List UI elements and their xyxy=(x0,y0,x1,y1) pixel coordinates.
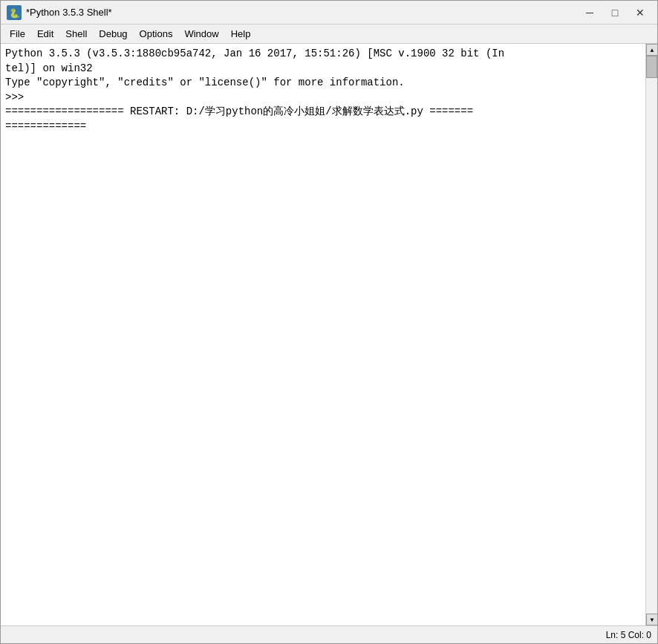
close-button[interactable]: ✕ xyxy=(629,4,651,21)
minimize-button[interactable]: ─ xyxy=(579,4,601,21)
status-bar: Ln: 5 Col: 0 xyxy=(1,625,657,643)
menu-help[interactable]: Help xyxy=(225,25,257,43)
menu-options[interactable]: Options xyxy=(134,25,179,43)
scrollbar-thumb[interactable] xyxy=(646,56,657,78)
content-area: Python 3.5.3 (v3.5.3:1880cb95a742, Jan 1… xyxy=(1,44,657,625)
window-title: *Python 3.5.3 Shell* xyxy=(26,7,579,18)
scrollbar-track[interactable] xyxy=(646,56,657,614)
terminal-output[interactable]: Python 3.5.3 (v3.5.3:1880cb95a742, Jan 1… xyxy=(1,44,645,625)
menu-window[interactable]: Window xyxy=(178,25,224,43)
menu-edit[interactable]: Edit xyxy=(31,25,59,43)
menu-debug[interactable]: Debug xyxy=(93,25,133,43)
title-bar: 🐍 *Python 3.5.3 Shell* ─ □ ✕ xyxy=(1,1,657,25)
maximize-button[interactable]: □ xyxy=(604,4,626,21)
scroll-up-button[interactable]: ▲ xyxy=(646,44,657,56)
cursor-position: Ln: 5 Col: 0 xyxy=(606,630,651,640)
scroll-down-button[interactable]: ▼ xyxy=(646,614,657,625)
menu-bar: File Edit Shell Debug Options Window Hel… xyxy=(1,25,657,44)
scrollbar: ▲ ▼ xyxy=(645,44,657,625)
window-controls: ─ □ ✕ xyxy=(579,4,651,21)
svg-text:🐍: 🐍 xyxy=(9,7,20,19)
menu-shell[interactable]: Shell xyxy=(59,25,93,43)
main-window: 🐍 *Python 3.5.3 Shell* ─ □ ✕ File Edit S… xyxy=(0,0,658,644)
menu-file[interactable]: File xyxy=(4,25,31,43)
app-icon: 🐍 xyxy=(7,5,22,20)
